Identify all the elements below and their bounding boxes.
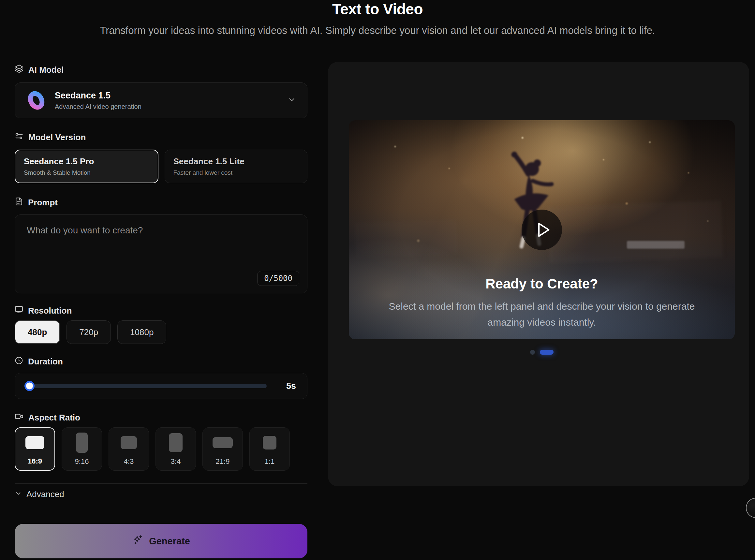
page-header: Text to Video Transform your ideas into … <box>0 0 755 37</box>
carousel-dot-1[interactable] <box>530 350 535 355</box>
aspect-option-21-9[interactable]: 21:9 <box>202 427 243 471</box>
generate-button[interactable]: Generate <box>15 524 307 558</box>
preview-heading: Ready to Create? <box>349 276 735 292</box>
text-to-video-page: Text to Video Transform your ideas into … <box>0 0 755 560</box>
model-name: Seedance 1.5 <box>55 91 279 101</box>
version-option-lite[interactable]: Seedance 1.5 Lite Faster and lower cost <box>165 149 308 183</box>
resolution-option-480p[interactable]: 480p <box>15 320 60 344</box>
monitor-icon <box>15 305 23 316</box>
model-texts: Seedance 1.5 Advanced AI video generatio… <box>55 91 279 111</box>
aspect-ratio-options: 16:9 9:16 4:3 3:4 21:9 1:1 <box>15 427 307 471</box>
prompt-label: Prompt <box>28 198 58 208</box>
prompt-section-label: Prompt <box>15 196 307 209</box>
character-counter: 0/5000 <box>257 271 299 286</box>
duration-slider-card: 5s <box>15 373 307 399</box>
ratio-shape-21-9 <box>213 437 233 448</box>
model-description: Advanced AI video generation <box>55 103 279 111</box>
ratio-shape-9-16 <box>76 433 88 453</box>
ratio-shape-3-4 <box>169 433 182 452</box>
video-preview: Ready to Create? Select a model from the… <box>349 120 735 339</box>
play-icon <box>535 221 552 239</box>
carousel-dot-2-active[interactable] <box>540 350 554 355</box>
sparkles-icon <box>132 535 143 548</box>
model-version-label: Model Version <box>28 132 86 142</box>
resolution-label: Resolution <box>28 306 72 316</box>
resolution-option-720p[interactable]: 720p <box>66 320 111 344</box>
model-version-section-label: Model Version <box>15 131 307 144</box>
advanced-label: Advanced <box>26 489 64 499</box>
play-button[interactable] <box>522 209 562 250</box>
advanced-toggle[interactable]: Advanced <box>15 488 307 501</box>
crowd-decoration <box>356 219 457 258</box>
aspect-option-9-16[interactable]: 9:16 <box>62 427 102 471</box>
preview-message: Ready to Create? Select a model from the… <box>349 276 735 330</box>
ratio-shape-4-3 <box>121 436 137 449</box>
tile-label: 9:16 <box>75 457 89 466</box>
version-name: Seedance 1.5 Pro <box>24 157 149 166</box>
carousel-indicators <box>349 350 735 355</box>
aspect-option-4-3[interactable]: 4:3 <box>108 427 149 471</box>
shape-zone <box>156 428 196 457</box>
model-select-dropdown[interactable]: Seedance 1.5 Advanced AI video generatio… <box>15 82 307 118</box>
resolution-option-1080p[interactable]: 1080p <box>117 320 166 344</box>
preview-description: Select a model from the left panel and d… <box>387 298 697 330</box>
crowd-decoration <box>549 200 724 263</box>
seedance-logo-icon <box>26 90 46 111</box>
settings-panel: AI Model Seedance 1.5 Advanced AI video … <box>15 63 307 558</box>
version-description: Smooth & Stable Motion <box>24 169 149 176</box>
tile-label: 4:3 <box>124 457 134 466</box>
rink-banner-decoration <box>627 241 685 249</box>
aspect-ratio-section-label: Aspect Ratio <box>15 411 307 424</box>
preview-panel: Ready to Create? Select a model from the… <box>328 62 749 486</box>
ice-skater-silhouette <box>491 147 570 278</box>
divider <box>15 483 307 484</box>
file-text-icon <box>15 197 23 208</box>
shape-zone <box>203 428 242 457</box>
version-option-pro[interactable]: Seedance 1.5 Pro Smooth & Stable Motion <box>15 149 158 183</box>
ratio-shape-16-9 <box>25 436 44 449</box>
aspect-option-1-1[interactable]: 1:1 <box>250 427 290 471</box>
tile-label: 21:9 <box>216 457 230 466</box>
tile-label: 1:1 <box>265 457 275 466</box>
tile-label: 16:9 <box>28 457 42 465</box>
clock-icon <box>15 356 23 367</box>
aspect-option-3-4[interactable]: 3:4 <box>156 427 196 471</box>
ai-model-section-label: AI Model <box>15 63 307 76</box>
version-name: Seedance 1.5 Lite <box>174 157 299 166</box>
layers-icon <box>15 64 23 75</box>
resolution-section-label: Resolution <box>15 304 307 317</box>
tile-label: 3:4 <box>171 457 181 466</box>
aspect-option-16-9[interactable]: 16:9 <box>15 427 55 471</box>
page-title: Text to Video <box>0 1 755 18</box>
duration-label: Duration <box>28 357 63 367</box>
shape-zone <box>15 428 55 457</box>
duration-slider-thumb[interactable] <box>24 381 35 391</box>
generate-label: Generate <box>149 536 190 547</box>
prompt-box: 0/5000 <box>15 215 307 293</box>
duration-value: 5s <box>278 381 296 391</box>
video-camera-icon <box>15 412 23 423</box>
edge-floating-button[interactable] <box>746 498 755 518</box>
shape-zone <box>109 428 148 457</box>
duration-slider-track[interactable] <box>25 384 267 388</box>
model-version-options: Seedance 1.5 Pro Smooth & Stable Motion … <box>15 149 307 183</box>
page-subtitle: Transform your ideas into stunning video… <box>0 24 755 37</box>
shape-zone <box>62 428 102 457</box>
duration-section-label: Duration <box>15 355 307 368</box>
chevron-down-icon <box>287 96 296 105</box>
chevron-down-icon <box>15 489 22 499</box>
aspect-ratio-label: Aspect Ratio <box>28 413 80 423</box>
resolution-options: 480p 720p 1080p <box>15 320 307 344</box>
ratio-shape-1-1 <box>263 436 276 449</box>
ai-model-label: AI Model <box>28 65 64 75</box>
sliders-icon <box>15 132 23 143</box>
shape-zone <box>250 428 290 457</box>
version-description: Faster and lower cost <box>174 169 299 176</box>
preview-column: Ready to Create? Select a model from the… <box>349 120 735 355</box>
